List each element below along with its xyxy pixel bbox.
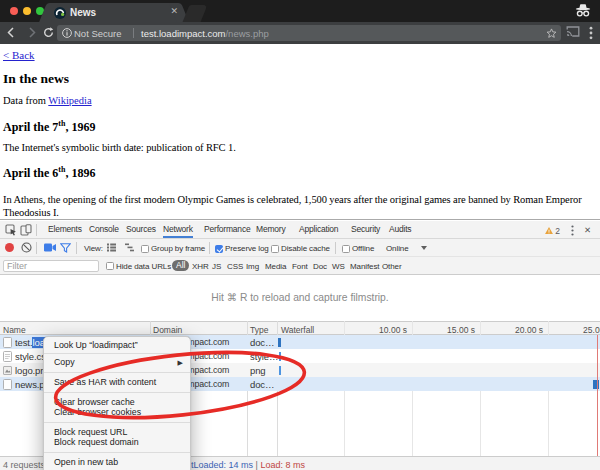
inspect-element-icon[interactable] xyxy=(5,224,17,236)
filter-type-font[interactable]: Font xyxy=(292,262,308,271)
browser-window: News ✕ Not Secure xyxy=(0,0,600,470)
heading-text: , 1969 xyxy=(65,120,95,134)
back-link[interactable]: < Back xyxy=(3,49,35,61)
filter-type-media[interactable]: Media xyxy=(265,262,286,271)
data-source-line: Data from Wikipedia xyxy=(3,95,92,106)
devtools-menu-icon[interactable] xyxy=(571,225,574,236)
column-header-domain[interactable]: Domain xyxy=(153,325,182,335)
page-content: < Back In the news Data from Wikipedia A… xyxy=(0,44,600,220)
offline-label: Offline xyxy=(352,244,374,253)
group-by-frame-checkbox[interactable] xyxy=(141,245,149,253)
preserve-log-checkbox[interactable] xyxy=(215,245,223,253)
back-button[interactable] xyxy=(6,27,16,38)
waterfall-bar xyxy=(279,366,281,375)
menu-item-block-request-domain[interactable]: Block request domain xyxy=(44,437,190,447)
filter-type-doc[interactable]: Doc xyxy=(313,262,327,271)
new-tab-button[interactable] xyxy=(183,5,208,22)
disable-cache-checkbox[interactable] xyxy=(271,245,279,253)
wikipedia-link[interactable]: Wikipedia xyxy=(48,95,91,106)
devtools-tab-elements[interactable]: Elements xyxy=(48,221,82,238)
request-type: doc… xyxy=(250,379,274,390)
request-type: png xyxy=(250,365,266,376)
column-header-type[interactable]: Type xyxy=(250,325,268,335)
cast-icon[interactable] xyxy=(566,26,580,37)
filter-type-js[interactable]: JS xyxy=(212,262,221,271)
forward-button[interactable] xyxy=(27,27,37,38)
throttling-select[interactable]: Online xyxy=(386,244,409,253)
filter-type-other[interactable]: Other xyxy=(382,262,402,271)
load-event-line xyxy=(597,335,598,456)
devtools-tab-audits[interactable]: Audits xyxy=(389,221,411,238)
context-menu: Look Up “loadimpact”Copy▶Save as HAR wit… xyxy=(43,336,191,470)
devtools-tab-console[interactable]: Console xyxy=(89,221,119,238)
data-source-prefix: Data from xyxy=(3,95,48,106)
url-path: /news.php xyxy=(225,28,268,39)
column-header-name[interactable]: Name xyxy=(3,325,26,335)
devtools-tab-bar: ElementsConsoleSourcesNetworkPerformance… xyxy=(0,221,600,239)
column-header-waterfall[interactable]: Waterfall xyxy=(281,325,314,335)
browser-tab[interactable]: News ✕ xyxy=(50,3,178,22)
filter-all-pill[interactable]: All xyxy=(172,260,189,271)
filter-type-manifest[interactable]: Manifest xyxy=(350,262,379,271)
toolbar-divider xyxy=(76,242,77,254)
macos-close-button[interactable] xyxy=(10,7,18,15)
section-heading: April the 7th, 1969 xyxy=(3,119,95,135)
filter-type-css[interactable]: CSS xyxy=(227,262,243,271)
toolbar-divider xyxy=(335,242,336,254)
disable-cache-label: Disable cache xyxy=(281,244,330,253)
menu-item-clear-browser-cache[interactable]: Clear browser cache xyxy=(44,397,190,407)
menu-divider xyxy=(44,422,190,423)
menu-item-open-in-new-tab[interactable]: Open in new tab xyxy=(44,457,190,467)
waterfall-bar xyxy=(593,380,599,389)
clear-icon[interactable] xyxy=(21,242,32,253)
capture-screenshots-icon[interactable] xyxy=(44,243,56,252)
menu-item-save-as-har-with-content[interactable]: Save as HAR with content xyxy=(44,377,190,387)
reload-button[interactable] xyxy=(43,27,54,38)
address-bar[interactable]: Not Secure test.loadimpact.com/news.php xyxy=(57,25,561,41)
heading-text: April the 7 xyxy=(3,120,58,134)
offline-checkbox[interactable] xyxy=(342,245,350,253)
timeline-label: 20.00 s xyxy=(515,325,543,335)
filter-type-img[interactable]: Img xyxy=(246,262,259,271)
filter-type-ws[interactable]: WS xyxy=(332,262,345,271)
macos-minimize-button[interactable] xyxy=(23,7,31,15)
browser-tab-bar: News ✕ xyxy=(0,0,600,22)
menu-item-look-up-loadimpact[interactable]: Look Up “loadimpact” xyxy=(44,340,190,350)
url-text: test.loadimpact.com/news.php xyxy=(141,28,269,39)
tab-close-icon[interactable]: ✕ xyxy=(170,6,178,16)
info-icon[interactable] xyxy=(62,28,72,38)
hide-data-urls-checkbox[interactable] xyxy=(106,262,114,270)
menu-item-block-request-url[interactable]: Block request URL xyxy=(44,427,190,437)
device-toolbar-icon[interactable] xyxy=(20,224,32,236)
filter-icon[interactable] xyxy=(60,243,71,253)
request-type: style… xyxy=(250,351,278,362)
bookmark-star-icon[interactable] xyxy=(546,28,557,39)
devtools-tab-security[interactable]: Security xyxy=(351,221,380,238)
preserve-log-label: Preserve log xyxy=(225,244,269,253)
reload-hint-text: Hit ⌘ R to reload and capture filmstrip. xyxy=(0,291,600,303)
network-toolbar: View: Group by framePreserve logDisable … xyxy=(0,239,600,257)
devtools-tab-application[interactable]: Application xyxy=(299,221,338,238)
warning-badge[interactable]: 2 xyxy=(545,226,560,236)
waterfall-bar xyxy=(278,338,282,347)
throttling-dropdown-arrow-icon[interactable] xyxy=(421,246,427,250)
show-overview-icon[interactable] xyxy=(125,243,135,252)
browser-menu-icon[interactable] xyxy=(589,26,593,40)
document-icon xyxy=(3,379,12,390)
devtools-tab-memory[interactable]: Memory xyxy=(256,221,286,238)
menu-item-copy[interactable]: Copy▶ xyxy=(44,357,190,367)
devtools-close-icon[interactable]: ✕ xyxy=(584,225,591,235)
section-body: In Athens, the opening of the first mode… xyxy=(3,194,595,219)
devtools-tab-performance[interactable]: Performance xyxy=(204,221,250,238)
devtools-tab-network[interactable]: Network xyxy=(163,221,193,238)
filter-type-xhr[interactable]: XHR xyxy=(192,262,209,271)
toolbar-divider xyxy=(209,242,210,254)
use-large-rows-icon[interactable] xyxy=(107,243,116,252)
menu-item-clear-browser-cookies[interactable]: Clear browser cookies xyxy=(44,407,190,417)
filter-input[interactable] xyxy=(3,260,99,272)
network-filter-bar: Hide data URLs All XHRJSCSSImgMediaFontD… xyxy=(0,257,600,275)
devtools-tab-sources[interactable]: Sources xyxy=(126,221,156,238)
table-header[interactable]: NameDomainTypeWaterfall 10.00 s15.00 s20… xyxy=(0,321,600,335)
record-button[interactable] xyxy=(5,243,14,252)
incognito-icon xyxy=(574,2,592,19)
